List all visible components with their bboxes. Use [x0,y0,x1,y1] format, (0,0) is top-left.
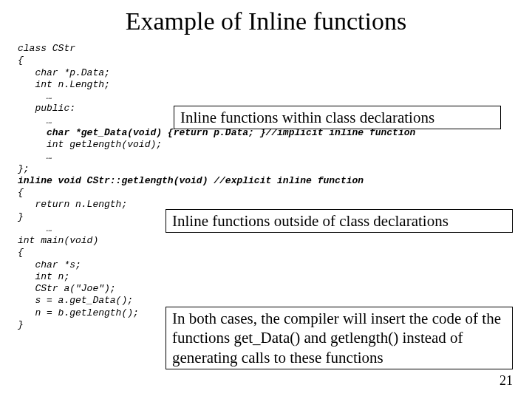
code-block: class CStr { char *p.Data; int n.Length;… [18,43,514,331]
code-line: int main(void) [18,235,514,247]
page-number: 21 [499,373,513,389]
code-line: int getlength(void); [18,139,514,151]
code-line: class CStr [18,43,514,55]
code-line: }; [18,163,514,175]
code-line: char *p.Data; [18,67,514,79]
code-line: int n.Length; [18,79,514,91]
callout-outside-class: Inline functions outside of class declar… [166,209,513,233]
code-line: CStr a("Joe"); [18,283,514,295]
code-comment: //explicit inline function [214,175,364,186]
code-line: … [18,151,514,163]
slide-title: Example of Inline functions [18,7,514,35]
callout-compiler-note: In both cases, the compiler will insert … [166,307,513,369]
code-line: s = a.get_Data(); [18,295,514,307]
code-line: inline void CStr::getlength(void) //expl… [18,175,514,187]
callout-within-class: Inline functions within class declaratio… [174,106,501,129]
code-line: { [18,187,514,199]
code-line: … [18,91,514,103]
code-line: int n; [18,271,514,283]
code-line: char *s; [18,259,514,271]
code-line: { [18,247,514,259]
code-line: { [18,55,514,66]
code-emph: inline void CStr::getlength(void) [18,175,214,186]
